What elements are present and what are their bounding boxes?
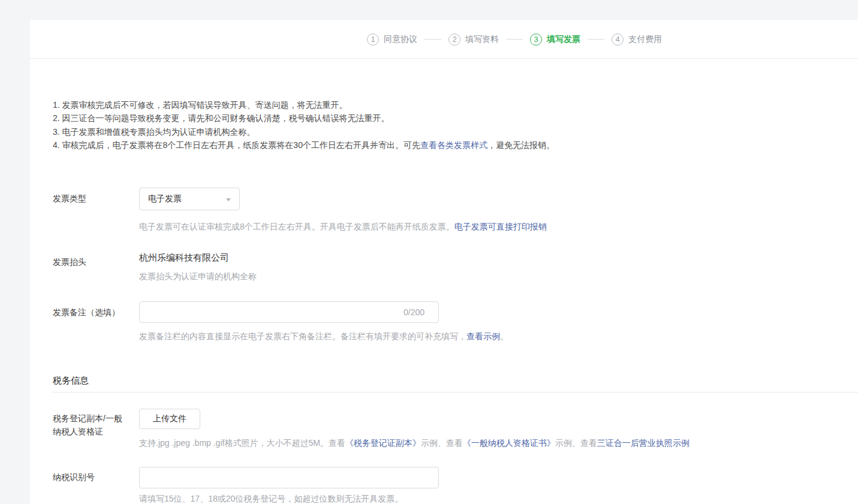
chevron-down-icon xyxy=(226,198,231,201)
step-4-label: 支付费用 xyxy=(628,34,662,45)
step-3-circle: 3 xyxy=(530,34,542,46)
invoice-remark-label: 发票备注（选填） xyxy=(53,307,120,318)
invoice-remark-field: 0/200 xyxy=(139,301,439,323)
print-reimburse-link[interactable]: 电子发票可直接打印报销 xyxy=(454,222,547,231)
taxpayer-cert-example-link[interactable]: 《一般纳税人资格证书》 xyxy=(463,438,555,448)
invoice-type-help: 电子发票可在认证审核完成8个工作日左右开具。开具电子发票后不能再开纸质发票。电子… xyxy=(139,222,547,233)
step-fill-invoice-active: 3 填写发票 xyxy=(530,34,580,46)
step-connector xyxy=(425,39,441,40)
tax-id-help: 请填写15位、17、18或20位税务登记号，如超过位数则无法开具发票。 xyxy=(139,494,403,504)
invoice-form-page: { "stepper": { "active_step": 3, "steps"… xyxy=(0,0,858,504)
step-connector xyxy=(588,39,604,40)
progress-stepper: 1 同意协议 2 填写资料 3 填写发票 4 支付费用 xyxy=(367,20,662,59)
step-2-circle: 2 xyxy=(448,34,460,46)
remark-example-link[interactable]: 查看示例 xyxy=(466,331,500,341)
invoice-type-label: 发票类型 xyxy=(53,194,86,204)
char-counter: 0/200 xyxy=(404,307,425,317)
invoice-title-label: 发票抬头 xyxy=(53,257,86,268)
tax-id-field xyxy=(139,467,439,488)
step-connector xyxy=(506,39,523,40)
step-4-circle: 4 xyxy=(612,34,624,46)
upload-help: 支持.jpg .jpeg .bmp .gif格式照片，大小不超过5M。查看《税务… xyxy=(139,438,690,449)
note-3-text: 3. 电子发票和增值税专票抬头均为认证申请机构全称。 xyxy=(53,127,255,137)
invoice-title-value: 杭州乐编科技有限公司 xyxy=(139,252,229,264)
step-agree-agreement: 1 同意协议 xyxy=(367,34,417,46)
note-line-1: 1. 发票审核完成后不可修改，若因填写错误导致开具、寄送问题，将无法重开。 xyxy=(53,98,628,111)
merged-license-example-link[interactable]: 三证合一后营业执照示例 xyxy=(597,438,690,448)
note-line-4: 4. 审核完成后，电子发票将在8个工作日左右开具，纸质发票将在30个工作日左右开… xyxy=(53,138,628,152)
tax-id-label: 纳税识别号 xyxy=(53,472,95,483)
invoice-type-value: 电子发票 xyxy=(148,194,182,204)
note-line-2: 2. 因三证合一等问题导致税务变更，请先和公司财务确认清楚，税号确认错误将无法重… xyxy=(53,111,628,125)
invoice-remark-input[interactable] xyxy=(139,301,439,323)
invoice-title-help: 发票抬头为认证申请的机构全称 xyxy=(139,271,257,282)
step-fill-info: 2 填写资料 xyxy=(448,34,499,46)
tax-id-input[interactable] xyxy=(139,467,439,488)
invoice-form-card: 1 同意协议 2 填写资料 3 填写发票 4 支付费用 1. 发票审核完成后不可… xyxy=(30,20,858,504)
step-3-label: 填写发票 xyxy=(547,34,580,45)
step-1-label: 同意协议 xyxy=(384,34,417,45)
invoice-remark-help: 发票备注栏的内容直接显示在电子发票右下角备注栏。备注栏有填开要求的可补充填写，查… xyxy=(139,331,508,342)
step-pay-fee: 4 支付费用 xyxy=(612,34,662,46)
upload-file-button[interactable]: 上传文件 xyxy=(139,409,200,429)
tax-section-title: 税务信息 xyxy=(53,375,89,387)
invoice-samples-link[interactable]: 查看各类发票样式 xyxy=(420,140,487,150)
tax-cert-label: 税务登记副本/一般纳税人资格证 xyxy=(53,412,122,438)
invoice-notes: 1. 发票审核完成后不可修改，若因填写错误导致开具、寄送问题，将无法重开。 2.… xyxy=(53,98,628,152)
note-4-text: 4. 审核完成后，电子发票将在8个工作日左右开具，纸质发票将在30个工作日左右开… xyxy=(53,140,420,150)
note-2-text: 2. 因三证合一等问题导致税务变更，请先和公司财务确认清楚，税号确认错误将无法重… xyxy=(53,113,390,123)
tax-registration-example-link[interactable]: 《税务登记证副本》 xyxy=(345,438,421,448)
step-header: 1 同意协议 2 填写资料 3 填写发票 4 支付费用 xyxy=(30,20,858,59)
invoice-type-select[interactable]: 电子发票 xyxy=(139,188,240,210)
step-1-circle: 1 xyxy=(367,34,379,46)
step-2-label: 填写资料 xyxy=(465,34,499,45)
note-line-3: 3. 电子发票和增值税专票抬头均为认证申请机构全称。 xyxy=(53,125,628,138)
section-divider xyxy=(53,392,858,393)
note-1-text: 1. 发票审核完成后不可修改，若因填写错误导致开具、寄送问题，将无法重开。 xyxy=(53,100,348,110)
